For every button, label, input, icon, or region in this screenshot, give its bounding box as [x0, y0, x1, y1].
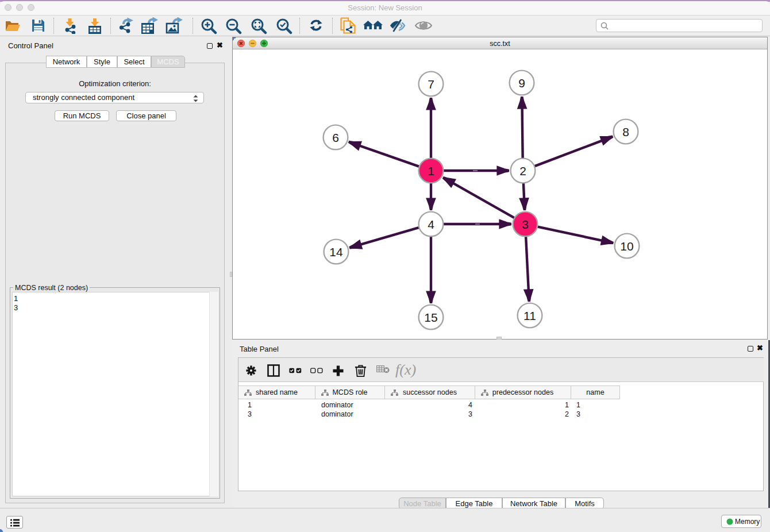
- svg-text:14: 14: [329, 245, 343, 259]
- svg-text:8: 8: [622, 125, 629, 138]
- svg-text:2: 2: [519, 164, 526, 178]
- svg-text:10: 10: [620, 240, 633, 253]
- svg-text:4: 4: [428, 218, 434, 231]
- svg-text:1: 1: [428, 164, 434, 178]
- svg-text:3: 3: [522, 218, 529, 231]
- svg-text:9: 9: [518, 76, 525, 90]
- svg-text:7: 7: [428, 78, 434, 91]
- svg-text:6: 6: [332, 131, 339, 144]
- svg-text:11: 11: [523, 309, 536, 322]
- svg-text:15: 15: [424, 311, 437, 324]
